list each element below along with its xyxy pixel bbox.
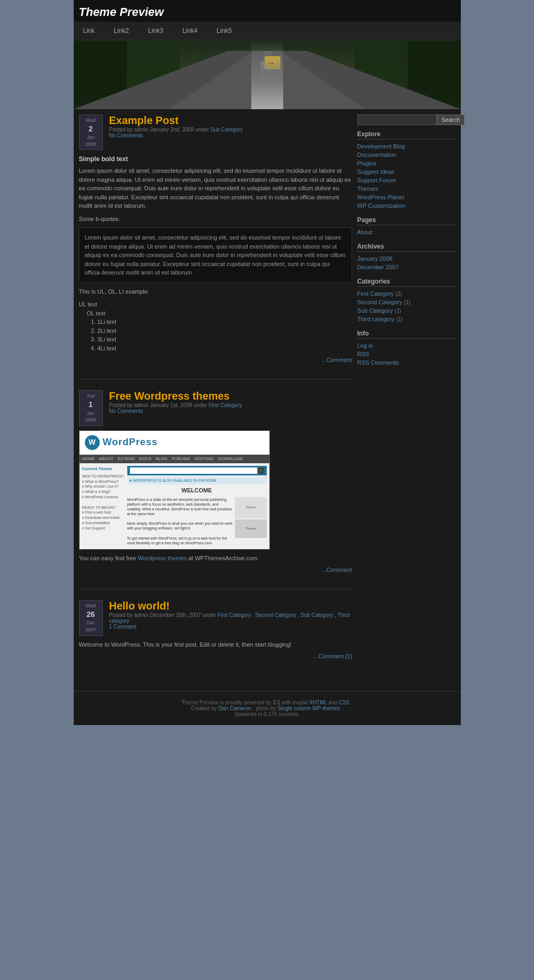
nav-link-2[interactable]: Link2 (104, 22, 139, 40)
nav-item-1[interactable]: Link (74, 22, 104, 40)
sidebar-link-sub-cat[interactable]: Sub Category (357, 307, 393, 314)
sidebar-link-first-cat[interactable]: First Category (357, 290, 394, 297)
sidebar-link-about[interactable]: About (357, 229, 373, 235)
comment-anchor-1[interactable]: ...Comment (322, 357, 352, 363)
sidebar-link-themes[interactable]: Themes (357, 186, 379, 192)
sidebar-info-rss-comments[interactable]: RSS Comments (357, 358, 456, 367)
post-meta-category-2[interactable]: First Category (208, 402, 242, 408)
sidebar-explore-devblog[interactable]: Development Blog (357, 142, 456, 151)
content-area: Wed 2 Jan 2008 Example Post Posted by ad… (74, 109, 461, 681)
post-comments-link-3[interactable]: 1 Comment (109, 624, 137, 630)
sidebar-link-suggest[interactable]: Suggest Ideas (357, 169, 395, 175)
search-input[interactable] (357, 114, 437, 125)
search-button[interactable]: Search (437, 114, 465, 125)
sidebar-link-support[interactable]: Support Forum (357, 177, 396, 183)
post-meta-cat-3-2[interactable]: Second Category (255, 612, 296, 618)
wp-notice: ★ WORDPRESS IS ALSO AVAILABLE IN PACKDME (127, 477, 267, 485)
sidebar-link-rss-comments[interactable]: RSS Comments (357, 359, 399, 366)
nav-link-4[interactable]: Link4 (173, 22, 207, 40)
sidebar-link-rss[interactable]: RSS (357, 351, 370, 357)
sidebar-link-third-cat[interactable]: Third category (357, 316, 395, 322)
footer-text4: . (351, 700, 353, 705)
hero-svg: → (74, 40, 461, 109)
sidebar-explore-themes[interactable]: Themes (357, 184, 456, 193)
hero-image: → (74, 40, 461, 109)
post-meta-cat-3-3[interactable]: Sub Category (301, 612, 333, 618)
post-comments-link-1[interactable]: No Comments (109, 133, 143, 138)
post-title-1: Example Post (109, 114, 243, 127)
footer-text3: and (328, 700, 337, 705)
comment-anchor-3[interactable]: ...Comment [1] (313, 653, 352, 659)
post-content-link-2[interactable]: Wordpress themes (138, 555, 187, 561)
sidebar-info-login[interactable]: Log in (357, 341, 456, 350)
post-bold-text-1: Simple bold text (79, 154, 352, 164)
footer-credit: Theme Preview is proudly powered by 3.5 … (82, 700, 453, 705)
hero-road: → (74, 40, 461, 109)
sidebar-archive-jan2008[interactable]: January 2008 (357, 254, 456, 263)
sidebar-link-plugins[interactable]: Plugins (357, 160, 377, 166)
main-nav: Link Link2 Link3 Link4 Link5 (74, 22, 461, 40)
sidebar-link-login[interactable]: Log in (357, 342, 373, 349)
comment-link-1[interactable]: ...Comment (79, 357, 352, 363)
footer-css-link[interactable]: CSS (339, 700, 350, 705)
sidebar: Search Explore Development Blog Document… (357, 114, 456, 675)
date-box-2: Tue 1 Jan 2008 (79, 390, 103, 426)
svg-text:→: → (267, 59, 275, 67)
li-item-1-4: 4Li text (98, 344, 352, 353)
footer-dan-cameron[interactable]: Dan Cameron (218, 705, 251, 711)
nav-link-3[interactable]: Link3 (138, 22, 173, 40)
wp-main-area: › ★ WORDPRESS IS ALSO AVAILABLE IN PACKD… (127, 466, 267, 546)
sidebar-explore-wpcustom[interactable]: WP Customization (357, 201, 456, 210)
comment-anchor-2[interactable]: ...Comment (322, 567, 352, 573)
sidebar-explore-docs[interactable]: Documentation (357, 151, 456, 159)
sidebar-archive-dec2007[interactable]: December 2007 (357, 263, 456, 271)
sidebar-cat-third[interactable]: Third category (1) (357, 315, 456, 323)
svg-marker-7 (257, 51, 278, 109)
sidebar-pages-list: About (357, 228, 456, 236)
nav-link-1[interactable]: Link (74, 22, 104, 40)
sidebar-link-docs[interactable]: Documentation (357, 152, 397, 158)
post-meta-cat-3-1[interactable]: First Category (217, 612, 251, 618)
post-separator-2 (79, 589, 352, 589)
nav-item-5[interactable]: Link5 (207, 22, 242, 40)
sidebar-explore-wpplanet[interactable]: WordPress Planet (357, 193, 456, 201)
comment-link-3[interactable]: ...Comment [1] (79, 653, 352, 659)
post-list-section-1: UL text OL text 1Li text 2Li text 3Li te… (79, 300, 352, 352)
nav-link-5[interactable]: Link5 (207, 22, 242, 40)
sidebar-link-jan2008[interactable]: January 2008 (357, 255, 393, 262)
sidebar-info-rss[interactable]: RSS (357, 350, 456, 358)
footer-spawned: Spawned in 0.174 seconds. (82, 711, 453, 717)
sidebar-explore: Explore Development Blog Documentation P… (357, 130, 456, 210)
sidebar-cat-first[interactable]: First Category (2) (357, 289, 456, 298)
post-comments-link-2[interactable]: No Comments (109, 408, 143, 414)
nav-item-3[interactable]: Link3 (138, 22, 173, 40)
sidebar-link-second-cat[interactable]: Second Category (357, 299, 402, 305)
month-2: Jan (83, 410, 99, 417)
wp-nav-bar: HOME ABOUT EXTEND DOCS BLOG FORUMS HOSTI… (80, 455, 269, 463)
footer-wp-version[interactable]: 3.5 (273, 700, 281, 705)
sidebar-explore-plugins[interactable]: Plugins (357, 159, 456, 167)
sidebar-link-devblog[interactable]: Development Blog (357, 143, 405, 149)
footer-xhtml-link[interactable]: XHTML (309, 700, 327, 705)
footer-single-col[interactable]: Single column WP-themes (278, 705, 340, 711)
post-content-after-2: at WPThemesArchive.com (187, 555, 257, 561)
sidebar-explore-suggest[interactable]: Suggest Ideas (357, 167, 456, 176)
post-title-area-1: Example Post Posted by admin January 2nd… (109, 114, 243, 138)
date-box-3: Wed 26 Dec 2007 (79, 600, 103, 635)
sidebar-link-wpplanet[interactable]: WordPress Planet (357, 194, 404, 200)
post-hello-world: Wed 26 Dec 2007 Hello world! Posted by a… (79, 600, 352, 659)
sidebar-page-about[interactable]: About (357, 228, 456, 236)
sidebar-link-dec2007[interactable]: December 2007 (357, 264, 399, 270)
post-title-area-2: Free Wordpress themes Posted by admin Ja… (109, 390, 242, 414)
comment-link-2[interactable]: ...Comment (79, 567, 352, 573)
sidebar-cat-sub[interactable]: Sub Category (2) (357, 306, 456, 315)
post-meta-category-1[interactable]: Sub Category (211, 127, 243, 133)
nav-item-2[interactable]: Link2 (104, 22, 139, 40)
sidebar-cat-second[interactable]: Second Category (1) (357, 298, 456, 306)
sidebar-archives: Archives January 2008 December 2007 (357, 243, 456, 271)
sidebar-link-wpcustom[interactable]: WP Customization (357, 202, 405, 209)
sidebar-explore-support[interactable]: Support Forum (357, 176, 456, 184)
nav-item-4[interactable]: Link4 (173, 22, 207, 40)
year-2: 2008 (83, 417, 99, 423)
wp-search-bar: › (127, 466, 267, 475)
